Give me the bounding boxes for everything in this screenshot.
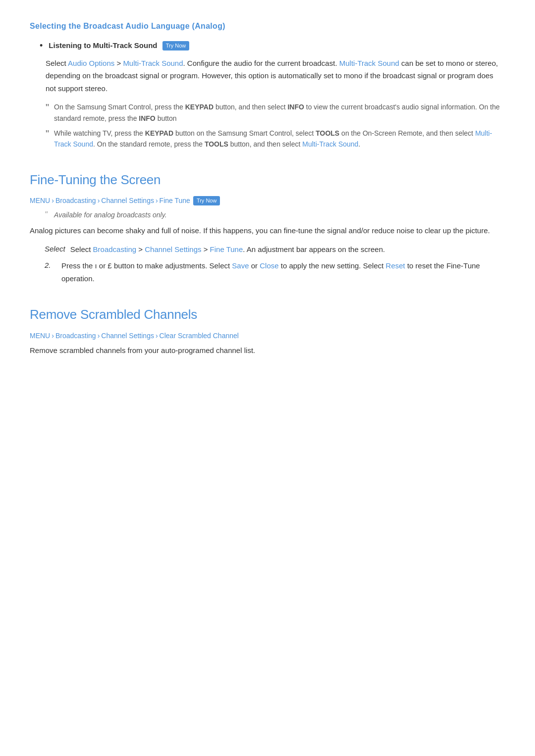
link-close[interactable]: Close bbox=[260, 261, 278, 270]
section-remove-scrambled: Remove Scrambled Channels MENU › Broadca… bbox=[30, 304, 505, 356]
para-audio-options: Select Audio Options > Multi-Track Sound… bbox=[46, 57, 505, 95]
separator-1: › bbox=[52, 195, 54, 206]
step-2-fine-tune: 2. Press the ı or £ button to make adjus… bbox=[45, 259, 505, 285]
separator-4: › bbox=[52, 330, 54, 341]
section-fine-tuning: Fine-Tuning the Screen MENU › Broadcasti… bbox=[30, 170, 505, 285]
step1-select: Select bbox=[70, 245, 93, 253]
note-quote-1: " bbox=[46, 101, 49, 113]
note-block-2: " While watching TV, press the KEYPAD bu… bbox=[46, 128, 505, 150]
step1-rest: . An adjustment bar appears on the scree… bbox=[243, 245, 385, 253]
note-block-1: " On the Samsung Smart Control, press th… bbox=[46, 101, 505, 124]
step2-press: Press the ı or £ button to make adjustme… bbox=[61, 261, 232, 270]
bold-tools-2: TOOLS bbox=[205, 140, 228, 148]
bullet-item-multitrack: • Listening to Multi-Track Sound Try Now bbox=[40, 40, 505, 52]
link-fine-tune-step1[interactable]: Fine Tune bbox=[210, 245, 243, 253]
bold-info-1: INFO bbox=[287, 103, 304, 111]
bold-info-2: INFO bbox=[139, 114, 155, 122]
step-text-2: Press the ı or £ button to make adjustme… bbox=[61, 259, 505, 285]
section-title-fine-tuning: Fine-Tuning the Screen bbox=[30, 170, 505, 191]
try-now-badge-fine-tune[interactable]: Try Now bbox=[193, 196, 220, 206]
link-reset[interactable]: Reset bbox=[386, 261, 405, 270]
step1-arr1: > bbox=[136, 245, 145, 253]
step-text-1: Select Broadcasting > Channel Settings >… bbox=[70, 243, 385, 256]
section-title-remove-scrambled: Remove Scrambled Channels bbox=[30, 304, 505, 325]
italic-note-analog: " Available for analog broadcasts only. bbox=[45, 209, 505, 220]
bullet-dot: • bbox=[40, 40, 43, 52]
link-broadcasting-step1[interactable]: Broadcasting bbox=[93, 245, 137, 253]
menu-path-clear-scrambled: MENU › Broadcasting › Channel Settings ›… bbox=[30, 330, 505, 341]
separator-2: › bbox=[98, 195, 100, 206]
separator-5: › bbox=[98, 330, 100, 341]
bold-keypad-2: KEYPAD bbox=[145, 129, 173, 137]
bold-keypad-1: KEYPAD bbox=[185, 103, 214, 111]
link-multitrack-sound-2[interactable]: Multi-Track Sound bbox=[339, 59, 399, 67]
note-quote-3: " bbox=[45, 210, 48, 219]
separator-6: › bbox=[156, 330, 158, 341]
step1-arr2: > bbox=[201, 245, 210, 253]
note-text-1: On the Samsung Smart Control, press the … bbox=[54, 101, 505, 124]
note-text-2: While watching TV, press the KEYPAD butt… bbox=[54, 128, 505, 150]
menu-item-fine-tune: Fine Tune bbox=[160, 195, 190, 206]
text-select: Select bbox=[46, 59, 68, 67]
menu-item-broadcasting-2: Broadcasting bbox=[55, 330, 96, 341]
section-title-broadcast-audio: Selecting the Broadcast Audio Language (… bbox=[30, 20, 505, 33]
step-1-fine-tune: Select Select Broadcasting > Channel Set… bbox=[45, 243, 505, 256]
link-channel-settings-step1[interactable]: Channel Settings bbox=[145, 245, 201, 253]
step-index-2: 2. bbox=[45, 259, 56, 271]
section-broadcast-audio: Selecting the Broadcast Audio Language (… bbox=[30, 20, 505, 150]
menu-item-broadcasting-1: Broadcasting bbox=[55, 195, 96, 206]
bullet-label-multitrack: Listening to Multi-Track Sound bbox=[49, 41, 157, 50]
para-fine-tune-body: Analog pictures can become shaky and ful… bbox=[30, 224, 505, 237]
menu-path-fine-tune: MENU › Broadcasting › Channel Settings ›… bbox=[30, 195, 505, 206]
menu-item-menu-2: MENU bbox=[30, 330, 50, 341]
link-multitrack-sound-1[interactable]: Multi-Track Sound bbox=[123, 59, 183, 67]
try-now-badge-multitrack[interactable]: Try Now bbox=[162, 41, 190, 51]
note-quote-2: " bbox=[46, 128, 49, 140]
menu-item-menu-1: MENU bbox=[30, 195, 50, 206]
link-save[interactable]: Save bbox=[232, 261, 249, 270]
step2-or: or bbox=[249, 261, 260, 270]
menu-item-clear-scrambled: Clear Scrambled Channel bbox=[160, 330, 239, 341]
step2-apply: to apply the new setting. Select bbox=[279, 261, 386, 270]
link-audio-options[interactable]: Audio Options bbox=[68, 59, 114, 67]
step-index-1: Select bbox=[45, 243, 65, 255]
para-remove-scrambled-body: Remove scrambled channels from your auto… bbox=[30, 344, 505, 357]
link-multitrack-sound-4[interactable]: Multi-Track Sound bbox=[302, 140, 358, 148]
text-config: . Configure the audio for the current br… bbox=[183, 59, 339, 67]
menu-item-channel-settings-2: Channel Settings bbox=[101, 330, 154, 341]
bold-tools-1: TOOLS bbox=[316, 129, 339, 137]
menu-item-channel-settings-1: Channel Settings bbox=[101, 195, 154, 206]
separator-3: › bbox=[156, 195, 158, 206]
text-arrow1: > bbox=[114, 59, 123, 67]
